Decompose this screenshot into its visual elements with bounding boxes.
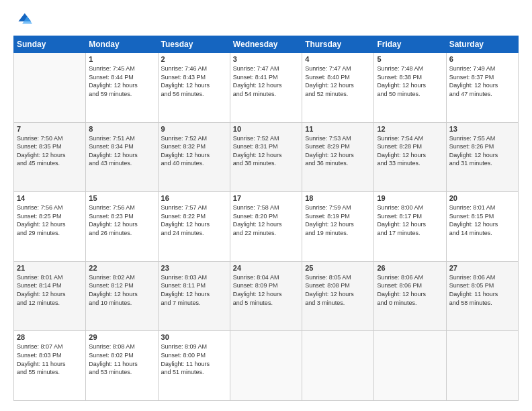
day-info: Sunrise: 7:46 AM Sunset: 8:43 PM Dayligh…: [161, 64, 227, 98]
calendar-cell: 25Sunrise: 8:05 AM Sunset: 8:08 PM Dayli…: [302, 261, 374, 331]
day-number: 15: [89, 194, 154, 202]
day-number: 26: [377, 264, 443, 272]
day-number: 5: [377, 55, 443, 63]
calendar-cell: 5Sunrise: 7:48 AM Sunset: 8:38 PM Daylig…: [374, 53, 446, 123]
day-number: 16: [161, 194, 227, 202]
day-number: 8: [89, 125, 154, 133]
calendar-cell: 2Sunrise: 7:46 AM Sunset: 8:43 PM Daylig…: [158, 53, 230, 123]
day-info: Sunrise: 7:58 AM Sunset: 8:20 PM Dayligh…: [233, 203, 299, 237]
day-info: Sunrise: 7:47 AM Sunset: 8:41 PM Dayligh…: [233, 64, 299, 98]
day-info: Sunrise: 7:49 AM Sunset: 8:37 PM Dayligh…: [449, 64, 515, 98]
day-info: Sunrise: 7:51 AM Sunset: 8:34 PM Dayligh…: [89, 134, 154, 168]
day-info: Sunrise: 8:08 AM Sunset: 8:02 PM Dayligh…: [89, 342, 154, 376]
day-number: 7: [17, 125, 83, 133]
logo: [13, 10, 35, 29]
calendar-cell: 10Sunrise: 7:52 AM Sunset: 8:31 PM Dayli…: [230, 122, 302, 192]
day-number: 17: [233, 194, 299, 202]
header-monday: Monday: [86, 36, 158, 53]
calendar-cell: 4Sunrise: 7:47 AM Sunset: 8:40 PM Daylig…: [302, 53, 374, 123]
day-number: 25: [305, 264, 371, 272]
day-info: Sunrise: 7:52 AM Sunset: 8:31 PM Dayligh…: [233, 134, 299, 168]
day-number: 22: [89, 264, 154, 272]
day-info: Sunrise: 8:04 AM Sunset: 8:09 PM Dayligh…: [233, 273, 299, 307]
day-number: 9: [161, 125, 227, 133]
calendar-cell: 20Sunrise: 8:01 AM Sunset: 8:15 PM Dayli…: [446, 192, 518, 262]
day-info: Sunrise: 7:53 AM Sunset: 8:29 PM Dayligh…: [305, 134, 371, 168]
day-info: Sunrise: 7:52 AM Sunset: 8:32 PM Dayligh…: [161, 134, 227, 168]
calendar-cell: 15Sunrise: 7:56 AM Sunset: 8:23 PM Dayli…: [86, 192, 158, 262]
calendar-cell: [14, 53, 86, 123]
calendar-cell: 8Sunrise: 7:51 AM Sunset: 8:34 PM Daylig…: [86, 122, 158, 192]
calendar-cell: 19Sunrise: 8:00 AM Sunset: 8:17 PM Dayli…: [374, 192, 446, 262]
day-number: 20: [449, 194, 515, 202]
day-info: Sunrise: 8:00 AM Sunset: 8:17 PM Dayligh…: [377, 203, 443, 237]
calendar-cell: 13Sunrise: 7:55 AM Sunset: 8:26 PM Dayli…: [446, 122, 518, 192]
calendar-cell: 7Sunrise: 7:50 AM Sunset: 8:35 PM Daylig…: [14, 122, 86, 192]
calendar-week-row: 21Sunrise: 8:01 AM Sunset: 8:14 PM Dayli…: [14, 261, 519, 331]
calendar-week-row: 28Sunrise: 8:07 AM Sunset: 8:03 PM Dayli…: [14, 331, 519, 401]
day-number: 3: [233, 55, 299, 63]
calendar-cell: [374, 331, 446, 401]
day-info: Sunrise: 7:50 AM Sunset: 8:35 PM Dayligh…: [17, 134, 83, 168]
calendar-cell: 12Sunrise: 7:54 AM Sunset: 8:28 PM Dayli…: [374, 122, 446, 192]
calendar-cell: 1Sunrise: 7:45 AM Sunset: 8:44 PM Daylig…: [86, 53, 158, 123]
day-info: Sunrise: 8:02 AM Sunset: 8:12 PM Dayligh…: [89, 273, 154, 307]
day-info: Sunrise: 8:01 AM Sunset: 8:15 PM Dayligh…: [449, 203, 515, 237]
day-info: Sunrise: 7:47 AM Sunset: 8:40 PM Dayligh…: [305, 64, 371, 98]
calendar-cell: 3Sunrise: 7:47 AM Sunset: 8:41 PM Daylig…: [230, 53, 302, 123]
calendar-cell: 14Sunrise: 7:56 AM Sunset: 8:25 PM Dayli…: [14, 192, 86, 262]
day-number: 28: [17, 333, 83, 341]
day-number: 21: [17, 264, 83, 272]
calendar-cell: 27Sunrise: 8:06 AM Sunset: 8:05 PM Dayli…: [446, 261, 518, 331]
day-info: Sunrise: 8:06 AM Sunset: 8:06 PM Dayligh…: [377, 273, 443, 307]
day-number: 18: [305, 194, 371, 202]
calendar-cell: 28Sunrise: 8:07 AM Sunset: 8:03 PM Dayli…: [14, 331, 86, 401]
day-number: 14: [17, 194, 83, 202]
header-sunday: Sunday: [14, 36, 86, 53]
page: Sunday Monday Tuesday Wednesday Thursday…: [0, 0, 532, 411]
day-number: 30: [161, 333, 227, 341]
day-info: Sunrise: 7:56 AM Sunset: 8:23 PM Dayligh…: [89, 203, 154, 237]
day-number: 1: [89, 55, 154, 63]
header-tuesday: Tuesday: [158, 36, 230, 53]
day-number: 2: [161, 55, 227, 63]
day-number: 4: [305, 55, 371, 63]
calendar-cell: 6Sunrise: 7:49 AM Sunset: 8:37 PM Daylig…: [446, 53, 518, 123]
day-info: Sunrise: 8:01 AM Sunset: 8:14 PM Dayligh…: [17, 273, 83, 307]
calendar-header-row: Sunday Monday Tuesday Wednesday Thursday…: [14, 36, 519, 53]
logo-icon: [13, 10, 32, 29]
header-saturday: Saturday: [446, 36, 518, 53]
day-info: Sunrise: 8:05 AM Sunset: 8:08 PM Dayligh…: [305, 273, 371, 307]
day-info: Sunrise: 8:07 AM Sunset: 8:03 PM Dayligh…: [17, 342, 83, 376]
day-number: 23: [161, 264, 227, 272]
day-info: Sunrise: 7:59 AM Sunset: 8:19 PM Dayligh…: [305, 203, 371, 237]
calendar-cell: 21Sunrise: 8:01 AM Sunset: 8:14 PM Dayli…: [14, 261, 86, 331]
day-number: 11: [305, 125, 371, 133]
day-info: Sunrise: 7:54 AM Sunset: 8:28 PM Dayligh…: [377, 134, 443, 168]
calendar-cell: [230, 331, 302, 401]
header-friday: Friday: [374, 36, 446, 53]
calendar-week-row: 14Sunrise: 7:56 AM Sunset: 8:25 PM Dayli…: [14, 192, 519, 262]
day-info: Sunrise: 7:56 AM Sunset: 8:25 PM Dayligh…: [17, 203, 83, 237]
day-info: Sunrise: 7:55 AM Sunset: 8:26 PM Dayligh…: [449, 134, 515, 168]
calendar-cell: 16Sunrise: 7:57 AM Sunset: 8:22 PM Dayli…: [158, 192, 230, 262]
day-info: Sunrise: 8:09 AM Sunset: 8:00 PM Dayligh…: [161, 342, 227, 376]
day-info: Sunrise: 8:03 AM Sunset: 8:11 PM Dayligh…: [161, 273, 227, 307]
calendar-cell: 11Sunrise: 7:53 AM Sunset: 8:29 PM Dayli…: [302, 122, 374, 192]
day-number: 13: [449, 125, 515, 133]
calendar-week-row: 1Sunrise: 7:45 AM Sunset: 8:44 PM Daylig…: [14, 53, 519, 123]
calendar-week-row: 7Sunrise: 7:50 AM Sunset: 8:35 PM Daylig…: [14, 122, 519, 192]
day-number: 12: [377, 125, 443, 133]
calendar-cell: [446, 331, 518, 401]
calendar-cell: [302, 331, 374, 401]
calendar-cell: 24Sunrise: 8:04 AM Sunset: 8:09 PM Dayli…: [230, 261, 302, 331]
calendar-cell: 9Sunrise: 7:52 AM Sunset: 8:32 PM Daylig…: [158, 122, 230, 192]
day-number: 29: [89, 333, 154, 341]
calendar-cell: 29Sunrise: 8:08 AM Sunset: 8:02 PM Dayli…: [86, 331, 158, 401]
calendar-cell: 17Sunrise: 7:58 AM Sunset: 8:20 PM Dayli…: [230, 192, 302, 262]
header-wednesday: Wednesday: [230, 36, 302, 53]
day-info: Sunrise: 7:48 AM Sunset: 8:38 PM Dayligh…: [377, 64, 443, 98]
header: [13, 10, 519, 29]
header-thursday: Thursday: [302, 36, 374, 53]
day-number: 6: [449, 55, 515, 63]
